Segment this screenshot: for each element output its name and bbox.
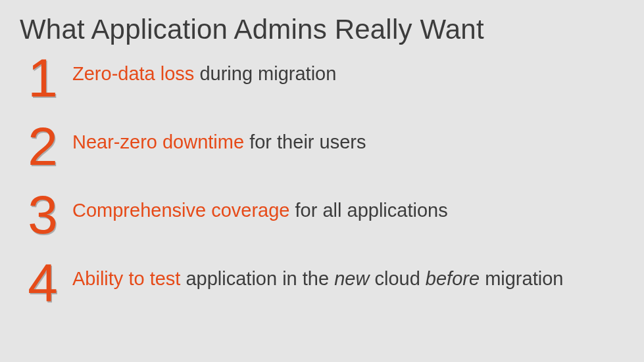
item-mid: cloud	[369, 268, 425, 289]
list-item: 3 Comprehensive coverage for all applica…	[20, 188, 624, 239]
list-item: 1 Zero-data loss during migration	[20, 51, 624, 102]
points-list: 1 Zero-data loss during migration 2 Near…	[20, 51, 624, 307]
item-rest: application in the	[180, 268, 334, 289]
item-text: Comprehensive coverage for all applicati…	[66, 188, 624, 221]
item-text: Ability to test application in the new c…	[66, 256, 624, 290]
item-text: Near-zero downtime for their users	[66, 120, 624, 153]
slide: What Application Admins Really Want 1 Ze…	[0, 0, 644, 362]
item-rest: for all applications	[289, 200, 447, 221]
item-number: 1	[20, 51, 66, 102]
item-highlight: Near-zero downtime	[72, 131, 244, 152]
slide-title: What Application Admins Really Want	[20, 14, 624, 45]
list-item: 4 Ability to test application in the new…	[20, 256, 624, 307]
item-highlight: Zero-data loss	[72, 63, 194, 84]
item-tail: migration	[480, 268, 563, 289]
item-number: 3	[20, 188, 66, 239]
item-number: 2	[20, 120, 66, 171]
item-rest: for their users	[244, 131, 366, 152]
item-em2: before	[426, 268, 480, 289]
item-highlight: Comprehensive coverage	[72, 200, 289, 221]
list-item: 2 Near-zero downtime for their users	[20, 120, 624, 171]
item-em1: new	[334, 268, 369, 289]
item-text: Zero-data loss during migration	[66, 51, 624, 85]
item-highlight: Ability to test	[72, 268, 180, 289]
item-number: 4	[20, 256, 66, 307]
item-rest: during migration	[194, 63, 336, 84]
